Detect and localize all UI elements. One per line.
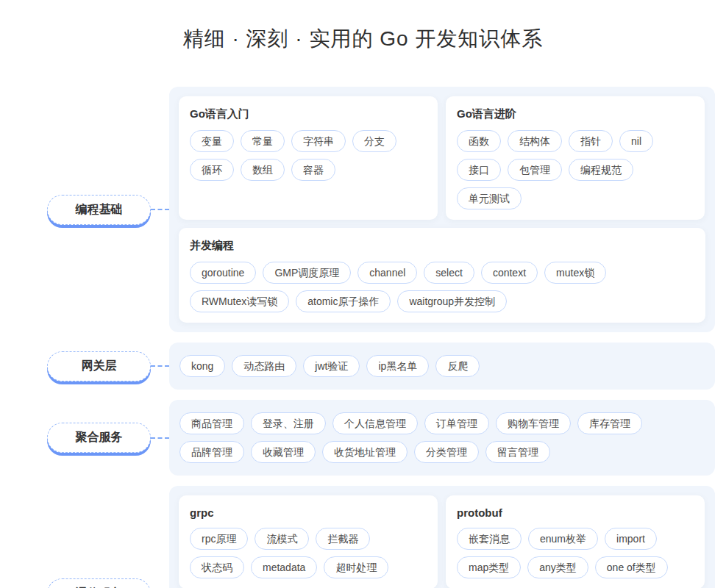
tag-pill[interactable]: waitgroup并发控制 xyxy=(397,290,507,312)
knowledge-group-row: 编程基础 Go语言入门 变量 常量 字符串 分支 循环 数组 容器 Go语言进阶… xyxy=(0,87,726,332)
tag-pill[interactable]: 接口 xyxy=(457,159,501,181)
group-label-node-communication-services[interactable]: 通信服务 xyxy=(47,578,151,588)
tag-pill[interactable]: 流模式 xyxy=(255,528,309,550)
knowledge-group-row: 聚合服务 商品管理 登录、注册 个人信息管理 订单管理 购物车管理 库存管理 品… xyxy=(0,400,726,476)
tag-pill[interactable]: 分类管理 xyxy=(414,441,479,463)
tag-pill[interactable]: 状态码 xyxy=(190,556,244,578)
tag-pill[interactable]: metadata xyxy=(251,556,317,578)
tag-pill[interactable]: 动态路由 xyxy=(232,355,296,377)
tag-pill[interactable]: atomic原子操作 xyxy=(296,290,391,312)
topic-tag-list: rpc原理 流模式 拦截器 状态码 metadata 超时处理 xyxy=(190,528,427,578)
topic-tag-list: 嵌套消息 enum枚举 import map类型 any类型 one of类型 xyxy=(457,528,694,578)
topic-tag-list: 变量 常量 字符串 分支 循环 数组 容器 xyxy=(190,130,427,181)
tag-pill[interactable]: 品牌管理 xyxy=(179,441,244,463)
tag-pill[interactable]: RWMutex读写锁 xyxy=(190,290,289,312)
topic-card: grpc rpc原理 流模式 拦截器 状态码 metadata 超时处理 xyxy=(179,495,438,588)
tag-pill[interactable]: select xyxy=(424,262,474,284)
tag-pill[interactable]: mutex锁 xyxy=(544,262,606,284)
tag-pill[interactable]: 常量 xyxy=(241,130,285,152)
tag-pill[interactable]: 超时处理 xyxy=(324,556,388,578)
tag-pill[interactable]: 收货地址管理 xyxy=(322,441,408,463)
topic-card-title: 并发编程 xyxy=(190,239,694,253)
tag-pill[interactable]: GMP调度原理 xyxy=(263,262,351,284)
tag-pill[interactable]: nil xyxy=(619,130,653,152)
tag-pill[interactable]: 函数 xyxy=(457,130,501,152)
tag-pill[interactable]: 指针 xyxy=(569,130,613,152)
knowledge-group-row: 通信服务 grpc rpc原理 流模式 拦截器 状态码 metadata 超时处… xyxy=(0,486,726,588)
knowledge-map-page: 精细 · 深刻 · 实用的 Go 开发知识体系 编程基础 Go语言入门 变量 常… xyxy=(0,0,726,588)
group-panel-programming-basics: Go语言入门 变量 常量 字符串 分支 循环 数组 容器 Go语言进阶 函数 结… xyxy=(169,87,715,332)
group-panel-aggregation-services: 商品管理 登录、注册 个人信息管理 订单管理 购物车管理 库存管理 品牌管理 收… xyxy=(169,400,715,476)
tag-pill[interactable]: 数组 xyxy=(241,159,285,181)
tag-pill[interactable]: one of类型 xyxy=(595,556,668,578)
tag-pill[interactable]: 分支 xyxy=(352,130,396,152)
group-label-text: 聚合服务 xyxy=(76,430,123,445)
tag-pill[interactable]: 编程规范 xyxy=(569,159,633,181)
tag-pill[interactable]: 包管理 xyxy=(508,159,562,181)
group-label-column: 网关层 xyxy=(0,351,169,381)
tag-pill[interactable]: 登录、注册 xyxy=(251,412,326,434)
tag-pill[interactable]: 单元测试 xyxy=(457,187,522,209)
tag-pill[interactable]: 订单管理 xyxy=(424,412,489,434)
group-label-column: 通信服务 xyxy=(0,578,169,588)
group-label-column: 聚合服务 xyxy=(0,423,169,453)
topic-card: Go语言进阶 函数 结构体 指针 nil 接口 包管理 编程规范 单元测试 xyxy=(446,96,705,220)
topic-card-title: Go语言入门 xyxy=(190,107,427,121)
tag-pill[interactable]: context xyxy=(481,262,538,284)
tag-pill[interactable]: rpc原理 xyxy=(190,528,248,550)
topic-card-title: protobuf xyxy=(457,506,694,519)
tag-pill[interactable]: 变量 xyxy=(190,130,234,152)
tag-pill[interactable]: 购物车管理 xyxy=(496,412,571,434)
tag-pill[interactable]: 收藏管理 xyxy=(251,441,316,463)
tag-pill[interactable]: 拦截器 xyxy=(316,528,370,550)
topic-card: protobuf 嵌套消息 enum枚举 import map类型 any类型 … xyxy=(446,495,705,588)
group-label-column: 编程基础 xyxy=(0,195,169,225)
topic-card-title: Go语言进阶 xyxy=(457,107,694,121)
tag-pill[interactable]: 商品管理 xyxy=(179,412,244,434)
group-panel-communication-services: grpc rpc原理 流模式 拦截器 状态码 metadata 超时处理 pro… xyxy=(169,486,715,588)
group-label-node-gateway-layer[interactable]: 网关层 xyxy=(47,351,151,381)
tag-pill[interactable]: 容器 xyxy=(291,159,335,181)
tag-pill[interactable]: jwt验证 xyxy=(303,355,360,377)
group-label-text: 编程基础 xyxy=(76,202,123,218)
tag-pill[interactable]: 循环 xyxy=(190,159,234,181)
tag-pill[interactable]: enum枚举 xyxy=(528,528,598,550)
topic-tag-list: 函数 结构体 指针 nil 接口 包管理 编程规范 单元测试 xyxy=(457,130,694,209)
tag-pill[interactable]: 库存管理 xyxy=(577,412,642,434)
topic-card-title: grpc xyxy=(190,506,427,519)
dashed-connector-line xyxy=(151,437,169,439)
group-label-node-aggregation-services[interactable]: 聚合服务 xyxy=(47,423,151,453)
tag-pill[interactable]: map类型 xyxy=(457,556,521,578)
tag-pill[interactable]: goroutine xyxy=(190,262,256,284)
tag-pill[interactable]: 反爬 xyxy=(435,355,480,377)
dashed-connector-line xyxy=(151,209,169,210)
group-label-text: 网关层 xyxy=(82,359,117,374)
topic-card: 并发编程 goroutine GMP调度原理 channel select co… xyxy=(179,228,705,323)
dashed-connector-line xyxy=(151,365,169,367)
tag-pill[interactable]: 结构体 xyxy=(508,130,562,152)
group-panel-gateway-layer: kong 动态路由 jwt验证 ip黑名单 反爬 xyxy=(169,343,715,390)
knowledge-group-row: 网关层 kong 动态路由 jwt验证 ip黑名单 反爬 xyxy=(0,343,726,390)
tag-pill[interactable]: any类型 xyxy=(527,556,588,578)
tag-pill[interactable]: kong xyxy=(179,355,225,377)
topic-card: Go语言入门 变量 常量 字符串 分支 循环 数组 容器 xyxy=(179,96,438,220)
page-title: 精细 · 深刻 · 实用的 Go 开发知识体系 xyxy=(0,0,726,53)
tag-pill[interactable]: 字符串 xyxy=(291,130,346,152)
tag-pill[interactable]: channel xyxy=(357,262,417,284)
tag-pill[interactable]: 个人信息管理 xyxy=(332,412,418,434)
tag-pill[interactable]: 嵌套消息 xyxy=(457,528,522,550)
topic-tag-list: goroutine GMP调度原理 channel select context… xyxy=(190,262,694,312)
tag-pill[interactable]: 留言管理 xyxy=(485,441,550,463)
tag-pill[interactable]: import xyxy=(605,528,657,550)
tag-pill[interactable]: ip黑名单 xyxy=(366,355,429,377)
group-label-node-programming-basics[interactable]: 编程基础 xyxy=(47,195,151,225)
knowledge-map: 编程基础 Go语言入门 变量 常量 字符串 分支 循环 数组 容器 Go语言进阶… xyxy=(0,87,726,588)
